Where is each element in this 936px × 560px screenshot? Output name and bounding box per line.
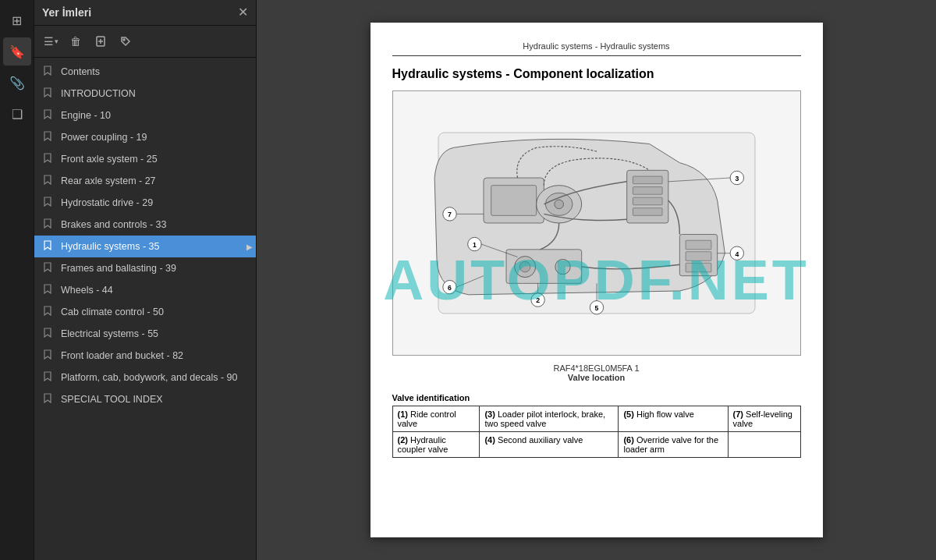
bookmark-label: Cab climate control - 50 [61, 306, 250, 318]
sidebar: Yer İmleri ✕ ☰ ▾ 🗑 ContentsINTRODUCTIONE… [34, 0, 257, 560]
table-cell: (4) Second auxiliary valve [480, 432, 619, 458]
list-icon: ☰ [44, 35, 54, 48]
home-icon[interactable]: ⊞ [3, 6, 31, 34]
diagram-caption: RAF4*18EGL0M5FA 1 Valve location [392, 363, 801, 382]
bookmark-label: Brakes and controls - 33 [61, 218, 250, 231]
table-cell: (2) Hydraulic coupler valve [392, 432, 480, 458]
svg-text:6: 6 [448, 284, 452, 292]
svg-rect-14 [633, 208, 662, 216]
bookmark-label: Front loader and bucket - 82 [61, 349, 250, 362]
svg-rect-11 [633, 176, 662, 184]
bookmark-item[interactable]: Contents [34, 61, 256, 83]
svg-point-21 [519, 261, 530, 272]
table-cell: (7) Self-leveling valve [728, 406, 800, 432]
bookmark-label: SPECIAL TOOL INDEX [61, 393, 250, 406]
main-content: AUTOPDF.NET Hydraulic systems - Hydrauli… [257, 0, 936, 560]
bookmark-item[interactable]: Front axle system - 25 [34, 148, 256, 170]
layers-icon[interactable]: ❑ [3, 100, 31, 128]
bookmark-icon [44, 284, 55, 296]
bookmark-icon [44, 262, 55, 275]
sidebar-title: Yer İmleri [42, 6, 91, 19]
bookmark-label: Hydraulic systems - 35 [61, 240, 250, 253]
svg-rect-16 [686, 240, 711, 250]
hydraulic-diagram: 1 2 3 4 5 6 [392, 90, 801, 356]
doc-header-line: Hydraulic systems - Hydraulic systems [392, 41, 801, 56]
bookmark-label: Frames and ballasting - 39 [61, 262, 250, 275]
bookmark-label: Platform, cab, bodywork, and decals - 90 [61, 371, 250, 384]
svg-rect-12 [633, 187, 662, 195]
svg-text:5: 5 [594, 304, 598, 312]
svg-point-9 [554, 200, 563, 209]
bookmark-icon [44, 218, 55, 231]
bookmark-item[interactable]: Electrical systems - 55 [34, 323, 256, 345]
bookmark-icon [44, 328, 55, 340]
svg-text:7: 7 [448, 211, 452, 218]
bookmark-label: Front axle system - 25 [61, 153, 250, 165]
bookmark-item[interactable]: Engine - 10 [34, 105, 256, 126]
diagram-code: RAF4*18EGL0M5FA 1 [392, 363, 801, 373]
bookmark-icon [44, 109, 55, 122]
table-cell: (1) Ride control valve [392, 406, 480, 432]
svg-rect-6 [491, 186, 536, 216]
doc-header-text: Hydraulic systems - Hydraulic systems [392, 41, 801, 51]
bookmark-icon [44, 240, 55, 253]
expand-collapse-button[interactable]: ☰ ▾ [41, 30, 62, 52]
bookmark-icon [44, 349, 55, 362]
bookmark-item[interactable]: Power coupling - 19 [34, 126, 256, 148]
svg-text:2: 2 [536, 296, 540, 304]
table-cell: (5) High flow valve [619, 406, 728, 432]
bookmark-label: Power coupling - 19 [61, 131, 250, 144]
active-arrow-icon: ▶ [246, 243, 253, 251]
bookmark-item[interactable]: Front loader and bucket - 82 [34, 345, 256, 367]
table-row: (2) Hydraulic coupler valve(4) Second au… [392, 432, 800, 458]
bookmark-label: Contents [61, 66, 250, 78]
bookmark-label: Electrical systems - 55 [61, 328, 250, 340]
bookmark-icon [44, 131, 55, 144]
sidebar-header: Yer İmleri ✕ [34, 0, 256, 26]
table-row: (1) Ride control valve(3) Loader pilot i… [392, 406, 800, 432]
svg-text:3: 3 [735, 175, 739, 183]
bookmark-item[interactable]: Hydraulic systems - 35▶ [34, 236, 256, 257]
bookmark-item[interactable]: Wheels - 44 [34, 279, 256, 301]
bookmark-icon [44, 306, 55, 318]
valve-table: (1) Ride control valve(3) Loader pilot i… [392, 406, 801, 458]
bookmark-item[interactable]: Brakes and controls - 33 [34, 214, 256, 236]
bookmark-label: Hydrostatic drive - 29 [61, 197, 250, 209]
bookmark-icon [44, 371, 55, 384]
tag-button[interactable] [115, 30, 136, 52]
bookmark-item[interactable]: Rear axle system - 27 [34, 170, 256, 192]
bookmark-icon [44, 66, 55, 78]
svg-rect-17 [686, 252, 711, 261]
svg-text:1: 1 [472, 241, 476, 249]
svg-text:4: 4 [735, 250, 739, 258]
bookmark-icon [44, 175, 55, 187]
bookmark-item[interactable]: Frames and ballasting - 39 [34, 257, 256, 279]
sidebar-toolbar: ☰ ▾ 🗑 [34, 26, 256, 58]
table-cell: (3) Loader pilot interlock, brake, two s… [480, 406, 619, 432]
svg-point-22 [555, 259, 569, 274]
bookmark-icon [44, 87, 55, 100]
table-cell: (6) Override valve for the loader arm [619, 432, 728, 458]
bookmark-label: Rear axle system - 27 [61, 175, 250, 187]
bookmark-item[interactable]: Hydrostatic drive - 29 [34, 192, 256, 214]
add-bookmark-button[interactable] [90, 30, 112, 52]
bookmark-icon [44, 393, 55, 406]
svg-rect-18 [686, 263, 711, 272]
doc-title: Hydraulic systems - Component localizati… [392, 67, 801, 81]
paperclip-icon[interactable]: 📎 [3, 69, 31, 97]
valve-identification-label: Valve identification [392, 393, 801, 402]
svg-rect-13 [633, 197, 662, 205]
bookmark-label: Wheels - 44 [61, 284, 250, 296]
sidebar-close-button[interactable]: ✕ [238, 6, 248, 19]
table-cell [728, 432, 800, 458]
bookmark-item[interactable]: Cab climate control - 50 [34, 301, 256, 323]
bookmark-panel-icon[interactable]: 🔖 [3, 37, 31, 66]
bookmark-item[interactable]: Platform, cab, bodywork, and decals - 90 [34, 367, 256, 388]
delete-bookmark-button[interactable]: 🗑 [65, 30, 87, 52]
bookmark-icon [44, 153, 55, 165]
bookmark-label: INTRODUCTION [61, 87, 250, 100]
bookmark-list: ContentsINTRODUCTIONEngine - 10Power cou… [34, 58, 256, 560]
document-page: Hydraulic systems - Hydraulic systems Hy… [370, 23, 823, 537]
bookmark-item[interactable]: SPECIAL TOOL INDEX [34, 388, 256, 410]
bookmark-item[interactable]: INTRODUCTION [34, 83, 256, 105]
